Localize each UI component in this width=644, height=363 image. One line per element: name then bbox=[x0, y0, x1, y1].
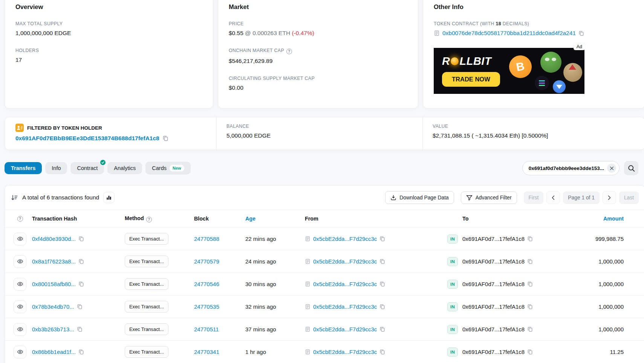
preview-transaction-button[interactable] bbox=[14, 255, 26, 268]
copy-icon[interactable] bbox=[527, 326, 533, 332]
age-text: 22 mins ago bbox=[245, 236, 276, 242]
direction-badge: IN bbox=[447, 257, 458, 266]
tab-cards[interactable]: Cards New bbox=[145, 162, 190, 175]
age-text: 24 mins ago bbox=[245, 258, 276, 265]
from-address-link[interactable]: 0x5cbE2dda...F7d29cc3c bbox=[313, 281, 377, 287]
chart-view-button[interactable] bbox=[103, 192, 115, 203]
ad-banner[interactable]: Ad RLLBIT TRADE NOW B bbox=[434, 48, 584, 94]
from-address-link[interactable]: 0x5cbE2dda...F7d29cc3c bbox=[313, 303, 377, 310]
x-icon[interactable] bbox=[607, 164, 616, 173]
block-link[interactable]: 24770341 bbox=[194, 349, 219, 355]
copy-icon[interactable] bbox=[162, 135, 168, 141]
copy-icon[interactable] bbox=[78, 259, 84, 264]
method-badge[interactable]: Exec Transact... bbox=[125, 278, 168, 290]
transaction-hash-link[interactable]: 0x800158afb80... bbox=[32, 281, 76, 287]
person-card-icon bbox=[15, 124, 24, 132]
contract-document-icon bbox=[305, 304, 311, 309]
to-address[interactable]: 0x691AF0d7...17fefA1c8 bbox=[462, 281, 525, 287]
to-address[interactable]: 0x691AF0d7...17fefA1c8 bbox=[462, 303, 525, 310]
copy-icon[interactable] bbox=[379, 281, 385, 287]
pagination-first-button[interactable]: First bbox=[524, 191, 544, 204]
method-badge[interactable]: Exec Transact... bbox=[125, 323, 168, 335]
copy-icon[interactable] bbox=[78, 349, 84, 355]
pagination-next-button[interactable] bbox=[603, 191, 616, 204]
copy-icon[interactable] bbox=[527, 259, 533, 264]
copy-icon[interactable] bbox=[527, 304, 533, 309]
block-link[interactable]: 24770535 bbox=[194, 303, 219, 310]
header-method: Method? bbox=[125, 215, 194, 222]
header-amount[interactable]: Amount bbox=[550, 216, 644, 222]
block-link[interactable]: 24770588 bbox=[194, 236, 219, 242]
copy-icon[interactable] bbox=[578, 31, 584, 36]
preview-transaction-button[interactable] bbox=[14, 346, 26, 358]
to-address[interactable]: 0x691AF0d7...17fefA1c8 bbox=[462, 326, 525, 332]
from-address-link[interactable]: 0x5cbE2dda...F7d29cc3c bbox=[313, 326, 377, 332]
method-badge[interactable]: Exec Transact... bbox=[125, 233, 168, 245]
to-address[interactable]: 0x691AF0d7...17fefA1c8 bbox=[462, 236, 525, 242]
method-badge[interactable]: Exec Transact... bbox=[125, 256, 168, 267]
search-filter-chip[interactable]: 0x691af0d7ebbb9eee3dde153... bbox=[522, 161, 620, 175]
magnifier-icon bbox=[628, 165, 635, 172]
copy-icon[interactable] bbox=[527, 349, 533, 355]
other-info-card: Other Info TOKEN CONTRACT (WITH 18 DECIM… bbox=[423, 0, 644, 109]
copy-icon[interactable] bbox=[379, 259, 385, 264]
from-address-link[interactable]: 0x5cbE2dda...F7d29cc3c bbox=[313, 258, 377, 265]
transaction-hash-link[interactable]: 0x78b3e4db70... bbox=[32, 303, 74, 310]
help-icon[interactable]: ? bbox=[286, 49, 292, 54]
trade-now-button[interactable]: TRADE NOW bbox=[442, 72, 500, 87]
block-link[interactable]: 24770546 bbox=[194, 281, 219, 287]
copy-icon[interactable] bbox=[527, 281, 533, 287]
age-text: 37 mins ago bbox=[245, 326, 276, 332]
method-badge[interactable]: Exec Transact... bbox=[125, 301, 168, 312]
to-address[interactable]: 0x691AF0d7...17fefA1c8 bbox=[462, 349, 525, 355]
circ-cap-value: $0.00 bbox=[229, 84, 407, 91]
table-row: 0x86b6b1ead1f... Exec Transact... 247703… bbox=[5, 340, 644, 363]
from-address-link[interactable]: 0x5cbE2dda...F7d29cc3c bbox=[313, 349, 377, 355]
transaction-hash-link[interactable]: 0x8a1f76223a8... bbox=[32, 258, 76, 265]
from-address-link[interactable]: 0x5cbE2dda...F7d29cc3c bbox=[313, 236, 377, 242]
copy-icon[interactable] bbox=[379, 349, 385, 355]
price-eth: @ 0.000263 ETH bbox=[245, 30, 290, 36]
help-icon[interactable]: ? bbox=[17, 216, 23, 222]
advanced-filter-button[interactable]: Advanced Filter bbox=[461, 191, 517, 204]
solana-coin-icon bbox=[535, 76, 549, 90]
tab-analytics[interactable]: Analytics bbox=[107, 162, 142, 174]
preview-transaction-button[interactable] bbox=[14, 233, 26, 245]
sort-descending-icon[interactable] bbox=[11, 194, 18, 201]
filtered-holder-address[interactable]: 0x691AF0d7EBbB9EEe3DdE153874B688d17fefA1… bbox=[15, 135, 159, 142]
value-value: $2,731,088.15 ( ~1,315.4034 Eth) [0.5000… bbox=[433, 132, 644, 139]
search-button[interactable] bbox=[624, 161, 638, 175]
preview-transaction-button[interactable] bbox=[14, 300, 26, 313]
block-link[interactable]: 24770511 bbox=[194, 326, 219, 332]
copy-icon[interactable] bbox=[77, 304, 83, 309]
table-row: 0xf4d80e3930d... Exec Transact... 247705… bbox=[5, 227, 644, 250]
transaction-hash-link[interactable]: 0x86b6b1ead1f... bbox=[32, 349, 76, 355]
tab-info[interactable]: Info bbox=[45, 162, 67, 174]
pagination-prev-button[interactable] bbox=[546, 191, 560, 204]
copy-icon[interactable] bbox=[379, 236, 385, 242]
copy-icon[interactable] bbox=[527, 236, 533, 242]
pagination-last-button[interactable]: Last bbox=[619, 191, 639, 204]
copy-icon[interactable] bbox=[379, 304, 385, 309]
to-address[interactable]: 0x691AF0d7...17fefA1c8 bbox=[462, 258, 525, 265]
transaction-hash-link[interactable]: 0xb3b263b713... bbox=[32, 326, 74, 332]
preview-transaction-button[interactable] bbox=[14, 278, 26, 291]
transaction-hash-link[interactable]: 0xf4d80e3930d... bbox=[32, 236, 76, 242]
token-contract-address[interactable]: 0xb0076de78dc50581770bba1d211ddc0ad4f2a2… bbox=[442, 30, 576, 37]
preview-transaction-button[interactable] bbox=[14, 323, 26, 336]
eye-icon bbox=[17, 326, 23, 332]
direction-badge: IN bbox=[447, 302, 458, 311]
copy-icon[interactable] bbox=[78, 281, 84, 287]
rollbit-ad[interactable]: RLLBIT TRADE NOW B bbox=[434, 48, 584, 94]
header-age[interactable]: Age bbox=[245, 216, 305, 222]
copy-icon[interactable] bbox=[77, 326, 83, 332]
tab-transfers[interactable]: Transfers bbox=[5, 162, 42, 174]
copy-icon[interactable] bbox=[379, 326, 385, 332]
tab-contract[interactable]: Contract bbox=[70, 162, 104, 174]
copy-icon[interactable] bbox=[78, 236, 84, 242]
block-link[interactable]: 24770579 bbox=[194, 258, 219, 265]
help-icon[interactable]: ? bbox=[146, 217, 152, 222]
download-page-data-button[interactable]: Download Page Data bbox=[385, 191, 454, 204]
method-badge[interactable]: Exec Transact... bbox=[125, 346, 168, 358]
rollbit-o-glow bbox=[451, 57, 459, 65]
